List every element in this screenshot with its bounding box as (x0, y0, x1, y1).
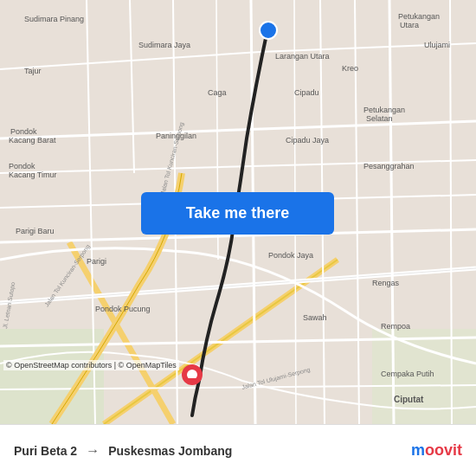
svg-text:Petukangan: Petukangan (398, 12, 440, 21)
svg-text:Cempaka Putih: Cempaka Putih (381, 370, 434, 378)
svg-text:Cipadu: Cipadu (294, 88, 319, 97)
take-me-there-button[interactable]: Take me there (141, 192, 334, 235)
svg-text:Ulujami: Ulujami (424, 41, 450, 49)
svg-text:Pondok Pucung: Pondok Pucung (95, 305, 151, 313)
svg-text:Rempoa: Rempoa (381, 322, 410, 331)
map-attribution: © OpenStreetMap contributors | © OpenMap… (3, 360, 179, 370)
svg-text:Sudimara Pinang: Sudimara Pinang (24, 15, 84, 23)
svg-text:Parigi Baru: Parigi Baru (16, 227, 55, 235)
svg-text:Kacang Barat: Kacang Barat (9, 136, 56, 145)
svg-point-26 (260, 22, 277, 39)
svg-text:Kreo: Kreo (342, 64, 358, 73)
svg-text:Pondok: Pondok (10, 127, 37, 136)
svg-text:Sudimara Jaya: Sudimara Jaya (138, 41, 190, 49)
map-container: Petukangan Utara Ulujami Sudimara Pinang… (0, 0, 476, 424)
svg-text:Rengas: Rengas (372, 279, 400, 287)
moovit-logo: moovit (411, 441, 462, 460)
svg-text:Utara: Utara (400, 21, 419, 29)
svg-text:Larangan Utara: Larangan Utara (275, 52, 330, 61)
arrow-icon: → (86, 443, 100, 459)
svg-text:Ciputat: Ciputat (394, 395, 424, 404)
svg-text:Cipadu Jaya: Cipadu Jaya (286, 136, 329, 145)
svg-text:Pesanggrahan: Pesanggrahan (363, 162, 415, 170)
svg-text:Pondok: Pondok (9, 162, 35, 170)
bottom-bar: Puri Beta 2 → Puskesmas Jombang moovit (0, 424, 476, 476)
svg-text:Caga: Caga (208, 88, 227, 97)
svg-rect-1 (0, 329, 104, 424)
origin-label: Puri Beta 2 (14, 444, 77, 458)
svg-text:Pondok Jaya: Pondok Jaya (268, 251, 313, 260)
svg-text:Kacang Timur: Kacang Timur (9, 170, 57, 179)
svg-text:Petukangan: Petukangan (363, 106, 405, 114)
svg-text:Tajur: Tajur (24, 67, 42, 75)
svg-text:Parigi: Parigi (87, 257, 106, 266)
destination-label: Puskesmas Jombang (108, 444, 232, 458)
svg-text:Sawah: Sawah (303, 313, 327, 322)
svg-text:Selatan: Selatan (366, 114, 393, 123)
